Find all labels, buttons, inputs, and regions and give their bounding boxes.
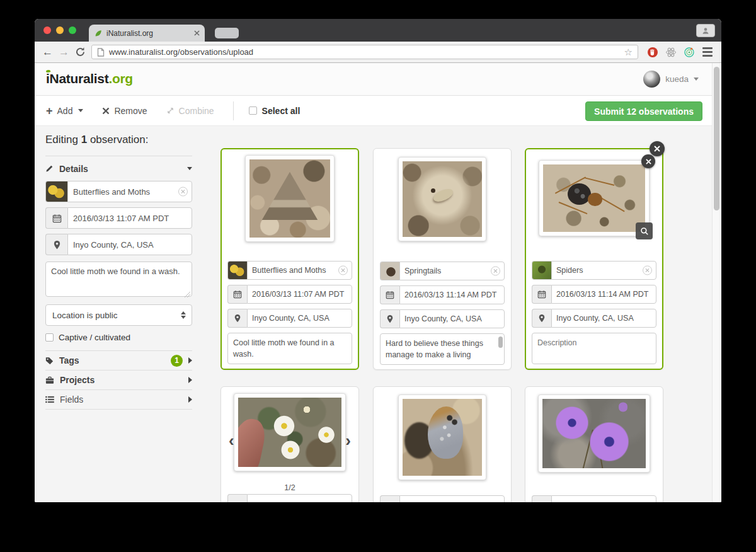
browser-tab-inaturalist[interactable]: iNaturalist.org bbox=[89, 25, 205, 42]
caret-right-icon bbox=[188, 377, 192, 383]
observation-card-daisies[interactable]: ‹ › 1/2 bbox=[220, 386, 359, 502]
projects-section-header[interactable]: Projects bbox=[45, 370, 192, 389]
inaturalist-logo[interactable]: iNaturalist.org bbox=[46, 71, 133, 86]
taxon-input[interactable] bbox=[399, 262, 505, 280]
chrome-menu-icon[interactable] bbox=[701, 46, 714, 58]
caret-right-icon bbox=[188, 357, 192, 364]
react-devtools-extension-icon[interactable] bbox=[665, 46, 677, 59]
tags-section-header[interactable]: Tags 1 bbox=[45, 350, 192, 370]
location-input-group bbox=[532, 309, 656, 328]
submit-observations-button[interactable]: Submit 12 observations bbox=[585, 101, 702, 121]
captive-checkbox[interactable] bbox=[45, 333, 54, 342]
observation-card-purple-flowers[interactable] bbox=[525, 386, 663, 502]
scrollbar-thumb[interactable] bbox=[714, 67, 719, 210]
taxon-input-group bbox=[227, 494, 352, 502]
date-input-group bbox=[380, 285, 505, 304]
fields-section-header[interactable]: Fields bbox=[45, 389, 192, 409]
address-bar[interactable]: www.inaturalist.org/observations/upload … bbox=[91, 45, 638, 59]
remove-observation-button[interactable] bbox=[650, 141, 665, 156]
adblock-extension-icon[interactable] bbox=[646, 46, 659, 59]
add-button[interactable]: + Add bbox=[46, 105, 83, 117]
observation-photo-purple-flowers[interactable] bbox=[538, 394, 650, 473]
page-scrollbar[interactable] bbox=[712, 63, 721, 502]
taxon-input[interactable] bbox=[551, 261, 656, 280]
minimize-window-button[interactable] bbox=[56, 26, 64, 34]
background-tab[interactable] bbox=[215, 28, 239, 38]
captive-control[interactable]: Captive / cultivated bbox=[45, 333, 192, 342]
taxon-input[interactable] bbox=[399, 495, 505, 502]
date-input[interactable] bbox=[247, 285, 352, 304]
observation-card-butterfly[interactable] bbox=[373, 386, 512, 502]
editing-heading: Editing 1 observation: bbox=[45, 134, 192, 146]
observation-card-moth[interactable]: Cool little moth we found in a wash. bbox=[220, 148, 359, 370]
observation-photo-spider[interactable] bbox=[539, 160, 650, 236]
observation-photo-moth[interactable] bbox=[245, 155, 335, 242]
observation-photo-daisies[interactable] bbox=[234, 393, 346, 471]
remove-button[interactable]: Remove bbox=[102, 106, 147, 116]
taxon-addon bbox=[380, 495, 399, 502]
taxon-input-group bbox=[380, 495, 505, 502]
observation-card-springtail[interactable]: Hard to believe these things manage to m… bbox=[373, 148, 512, 370]
leaf-favicon-icon bbox=[94, 29, 103, 38]
select-all-label: Select all bbox=[262, 106, 301, 116]
briefcase-icon bbox=[45, 376, 54, 384]
taxon-input-group bbox=[227, 261, 352, 280]
combine-button[interactable]: Combine bbox=[166, 106, 214, 116]
magnifier-icon[interactable] bbox=[636, 222, 653, 239]
taxon-input[interactable] bbox=[247, 494, 352, 502]
description-textarea[interactable]: Cool little moth we found in a wash. bbox=[227, 333, 352, 364]
refresh-button[interactable] bbox=[75, 47, 86, 57]
observation-photo-butterfly[interactable] bbox=[398, 394, 486, 480]
observation-photo-springtail[interactable] bbox=[398, 157, 486, 241]
caret-down-icon bbox=[187, 167, 192, 170]
tag-icon bbox=[45, 357, 54, 365]
close-tab-icon[interactable] bbox=[194, 30, 200, 36]
add-label: Add bbox=[57, 106, 73, 116]
location-input[interactable] bbox=[551, 309, 656, 328]
description-textarea[interactable]: Hard to believe these things manage to m… bbox=[380, 333, 505, 365]
location-input-group bbox=[227, 309, 352, 328]
user-menu[interactable]: kueda bbox=[643, 71, 699, 88]
browser-titlebar: iNaturalist.org bbox=[35, 19, 721, 42]
list-icon bbox=[45, 396, 54, 403]
date-input[interactable] bbox=[551, 285, 656, 304]
description-textarea[interactable] bbox=[532, 333, 656, 364]
circle-extension-icon[interactable] bbox=[683, 46, 696, 59]
date-input[interactable] bbox=[399, 285, 505, 304]
taxon-input[interactable] bbox=[551, 495, 656, 502]
taxon-input[interactable] bbox=[247, 261, 352, 280]
inaturalist-upload-page: iNaturalist.org kueda + Add Remove Combi… bbox=[35, 63, 721, 502]
description-textarea[interactable]: Cool little moth we found in a wash. bbox=[45, 262, 192, 297]
select-all-checkbox[interactable] bbox=[249, 106, 257, 115]
taxon-input-group bbox=[532, 495, 656, 502]
browser-profile-button[interactable] bbox=[696, 24, 715, 37]
textarea-scrollbar[interactable] bbox=[498, 336, 503, 348]
user-avatar bbox=[643, 71, 660, 88]
clear-taxon-icon[interactable] bbox=[491, 267, 500, 276]
location-input[interactable] bbox=[247, 309, 352, 328]
forward-button[interactable]: → bbox=[59, 47, 69, 57]
select-all-control[interactable]: Select all bbox=[249, 106, 301, 116]
carousel-next-icon[interactable]: › bbox=[345, 432, 351, 449]
clear-taxon-icon[interactable] bbox=[643, 266, 652, 275]
location-input[interactable] bbox=[399, 309, 505, 328]
observation-card-spider[interactable] bbox=[525, 148, 663, 370]
carousel-prev-icon[interactable]: ‹ bbox=[229, 432, 234, 449]
upload-action-bar: + Add Remove Combine Select all Submit 1… bbox=[35, 96, 721, 126]
details-section-header[interactable]: Details bbox=[45, 156, 192, 181]
bookmark-star-icon[interactable]: ☆ bbox=[624, 47, 633, 57]
close-window-button[interactable] bbox=[43, 26, 51, 34]
back-button[interactable]: ← bbox=[42, 47, 53, 57]
combine-label: Combine bbox=[179, 106, 214, 116]
taxon-input[interactable] bbox=[67, 181, 192, 202]
geoprivacy-select[interactable]: Location is public bbox=[45, 304, 192, 326]
clear-taxon-icon[interactable] bbox=[178, 187, 188, 197]
fullscreen-window-button[interactable] bbox=[69, 26, 76, 34]
clear-taxon-icon[interactable] bbox=[338, 266, 348, 275]
taxon-thumbnail bbox=[380, 262, 399, 280]
diagonal-arrows-icon bbox=[166, 106, 175, 115]
location-input[interactable] bbox=[67, 234, 192, 255]
date-input[interactable] bbox=[67, 207, 192, 229]
remove-photo-button[interactable] bbox=[641, 154, 655, 168]
tab-title: iNaturalist.org bbox=[106, 29, 190, 38]
